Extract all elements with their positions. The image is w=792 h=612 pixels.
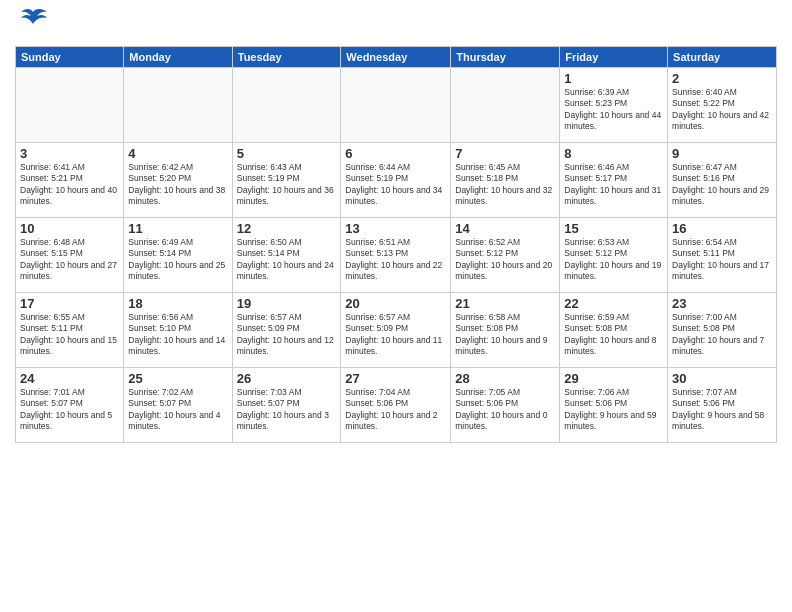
- weekday-header-row: SundayMondayTuesdayWednesdayThursdayFrid…: [16, 47, 777, 68]
- week-row-1: 1Sunrise: 6:39 AMSunset: 5:23 PMDaylight…: [16, 68, 777, 143]
- day-info: Sunrise: 6:42 AMSunset: 5:20 PMDaylight:…: [128, 162, 227, 208]
- calendar-cell: 14Sunrise: 6:52 AMSunset: 5:12 PMDayligh…: [451, 218, 560, 293]
- day-number: 7: [455, 146, 555, 161]
- weekday-header-thursday: Thursday: [451, 47, 560, 68]
- day-number: 21: [455, 296, 555, 311]
- day-info: Sunrise: 7:06 AMSunset: 5:06 PMDaylight:…: [564, 387, 663, 433]
- day-info: Sunrise: 7:00 AMSunset: 5:08 PMDaylight:…: [672, 312, 772, 358]
- day-number: 18: [128, 296, 227, 311]
- calendar-cell: 24Sunrise: 7:01 AMSunset: 5:07 PMDayligh…: [16, 368, 124, 443]
- day-number: 16: [672, 221, 772, 236]
- calendar-cell: 29Sunrise: 7:06 AMSunset: 5:06 PMDayligh…: [560, 368, 668, 443]
- calendar-cell: 28Sunrise: 7:05 AMSunset: 5:06 PMDayligh…: [451, 368, 560, 443]
- day-number: 19: [237, 296, 337, 311]
- calendar-cell: 3Sunrise: 6:41 AMSunset: 5:21 PMDaylight…: [16, 143, 124, 218]
- day-info: Sunrise: 7:02 AMSunset: 5:07 PMDaylight:…: [128, 387, 227, 433]
- day-info: Sunrise: 6:45 AMSunset: 5:18 PMDaylight:…: [455, 162, 555, 208]
- day-number: 23: [672, 296, 772, 311]
- calendar-cell: 7Sunrise: 6:45 AMSunset: 5:18 PMDaylight…: [451, 143, 560, 218]
- day-info: Sunrise: 6:55 AMSunset: 5:11 PMDaylight:…: [20, 312, 119, 358]
- calendar-cell: 19Sunrise: 6:57 AMSunset: 5:09 PMDayligh…: [232, 293, 341, 368]
- day-number: 1: [564, 71, 663, 86]
- day-number: 8: [564, 146, 663, 161]
- calendar-cell: [16, 68, 124, 143]
- calendar-cell: 16Sunrise: 6:54 AMSunset: 5:11 PMDayligh…: [668, 218, 777, 293]
- calendar-cell: 11Sunrise: 6:49 AMSunset: 5:14 PMDayligh…: [124, 218, 232, 293]
- weekday-header-friday: Friday: [560, 47, 668, 68]
- day-number: 30: [672, 371, 772, 386]
- calendar-cell: 15Sunrise: 6:53 AMSunset: 5:12 PMDayligh…: [560, 218, 668, 293]
- day-number: 3: [20, 146, 119, 161]
- day-info: Sunrise: 7:01 AMSunset: 5:07 PMDaylight:…: [20, 387, 119, 433]
- weekday-header-tuesday: Tuesday: [232, 47, 341, 68]
- calendar-header: SundayMondayTuesdayWednesdayThursdayFrid…: [16, 47, 777, 68]
- calendar-cell: 5Sunrise: 6:43 AMSunset: 5:19 PMDaylight…: [232, 143, 341, 218]
- day-number: 22: [564, 296, 663, 311]
- day-number: 28: [455, 371, 555, 386]
- day-info: Sunrise: 7:03 AMSunset: 5:07 PMDaylight:…: [237, 387, 337, 433]
- day-number: 24: [20, 371, 119, 386]
- day-number: 17: [20, 296, 119, 311]
- day-info: Sunrise: 6:52 AMSunset: 5:12 PMDaylight:…: [455, 237, 555, 283]
- week-row-5: 24Sunrise: 7:01 AMSunset: 5:07 PMDayligh…: [16, 368, 777, 443]
- calendar-cell: 9Sunrise: 6:47 AMSunset: 5:16 PMDaylight…: [668, 143, 777, 218]
- calendar-cell: [124, 68, 232, 143]
- logo: [15, 10, 49, 38]
- day-number: 29: [564, 371, 663, 386]
- day-number: 5: [237, 146, 337, 161]
- calendar-table: SundayMondayTuesdayWednesdayThursdayFrid…: [15, 46, 777, 443]
- day-info: Sunrise: 6:57 AMSunset: 5:09 PMDaylight:…: [237, 312, 337, 358]
- day-number: 20: [345, 296, 446, 311]
- day-info: Sunrise: 6:48 AMSunset: 5:15 PMDaylight:…: [20, 237, 119, 283]
- day-number: 10: [20, 221, 119, 236]
- weekday-header-saturday: Saturday: [668, 47, 777, 68]
- calendar-cell: 23Sunrise: 7:00 AMSunset: 5:08 PMDayligh…: [668, 293, 777, 368]
- day-info: Sunrise: 7:05 AMSunset: 5:06 PMDaylight:…: [455, 387, 555, 433]
- calendar-cell: 25Sunrise: 7:02 AMSunset: 5:07 PMDayligh…: [124, 368, 232, 443]
- day-info: Sunrise: 6:56 AMSunset: 5:10 PMDaylight:…: [128, 312, 227, 358]
- day-info: Sunrise: 6:57 AMSunset: 5:09 PMDaylight:…: [345, 312, 446, 358]
- week-row-4: 17Sunrise: 6:55 AMSunset: 5:11 PMDayligh…: [16, 293, 777, 368]
- day-number: 14: [455, 221, 555, 236]
- day-info: Sunrise: 6:41 AMSunset: 5:21 PMDaylight:…: [20, 162, 119, 208]
- day-info: Sunrise: 6:49 AMSunset: 5:14 PMDaylight:…: [128, 237, 227, 283]
- calendar-cell: [341, 68, 451, 143]
- calendar-cell: 10Sunrise: 6:48 AMSunset: 5:15 PMDayligh…: [16, 218, 124, 293]
- calendar-cell: 2Sunrise: 6:40 AMSunset: 5:22 PMDaylight…: [668, 68, 777, 143]
- day-number: 15: [564, 221, 663, 236]
- day-info: Sunrise: 6:43 AMSunset: 5:19 PMDaylight:…: [237, 162, 337, 208]
- day-number: 6: [345, 146, 446, 161]
- header: [15, 10, 777, 38]
- day-number: 12: [237, 221, 337, 236]
- day-info: Sunrise: 6:47 AMSunset: 5:16 PMDaylight:…: [672, 162, 772, 208]
- day-info: Sunrise: 6:40 AMSunset: 5:22 PMDaylight:…: [672, 87, 772, 133]
- week-row-2: 3Sunrise: 6:41 AMSunset: 5:21 PMDaylight…: [16, 143, 777, 218]
- day-number: 25: [128, 371, 227, 386]
- logo-bird-icon: [17, 6, 49, 38]
- day-info: Sunrise: 6:46 AMSunset: 5:17 PMDaylight:…: [564, 162, 663, 208]
- day-number: 27: [345, 371, 446, 386]
- calendar-cell: 17Sunrise: 6:55 AMSunset: 5:11 PMDayligh…: [16, 293, 124, 368]
- calendar-cell: 6Sunrise: 6:44 AMSunset: 5:19 PMDaylight…: [341, 143, 451, 218]
- day-info: Sunrise: 6:58 AMSunset: 5:08 PMDaylight:…: [455, 312, 555, 358]
- day-number: 2: [672, 71, 772, 86]
- weekday-header-monday: Monday: [124, 47, 232, 68]
- day-info: Sunrise: 6:39 AMSunset: 5:23 PMDaylight:…: [564, 87, 663, 133]
- day-info: Sunrise: 6:59 AMSunset: 5:08 PMDaylight:…: [564, 312, 663, 358]
- weekday-header-sunday: Sunday: [16, 47, 124, 68]
- day-number: 13: [345, 221, 446, 236]
- calendar-body: 1Sunrise: 6:39 AMSunset: 5:23 PMDaylight…: [16, 68, 777, 443]
- calendar-cell: 21Sunrise: 6:58 AMSunset: 5:08 PMDayligh…: [451, 293, 560, 368]
- calendar-cell: 20Sunrise: 6:57 AMSunset: 5:09 PMDayligh…: [341, 293, 451, 368]
- calendar-cell: 12Sunrise: 6:50 AMSunset: 5:14 PMDayligh…: [232, 218, 341, 293]
- day-info: Sunrise: 6:54 AMSunset: 5:11 PMDaylight:…: [672, 237, 772, 283]
- day-number: 9: [672, 146, 772, 161]
- calendar-cell: 18Sunrise: 6:56 AMSunset: 5:10 PMDayligh…: [124, 293, 232, 368]
- weekday-header-wednesday: Wednesday: [341, 47, 451, 68]
- calendar-cell: [451, 68, 560, 143]
- day-number: 11: [128, 221, 227, 236]
- day-number: 26: [237, 371, 337, 386]
- calendar-cell: 27Sunrise: 7:04 AMSunset: 5:06 PMDayligh…: [341, 368, 451, 443]
- day-number: 4: [128, 146, 227, 161]
- calendar-cell: 26Sunrise: 7:03 AMSunset: 5:07 PMDayligh…: [232, 368, 341, 443]
